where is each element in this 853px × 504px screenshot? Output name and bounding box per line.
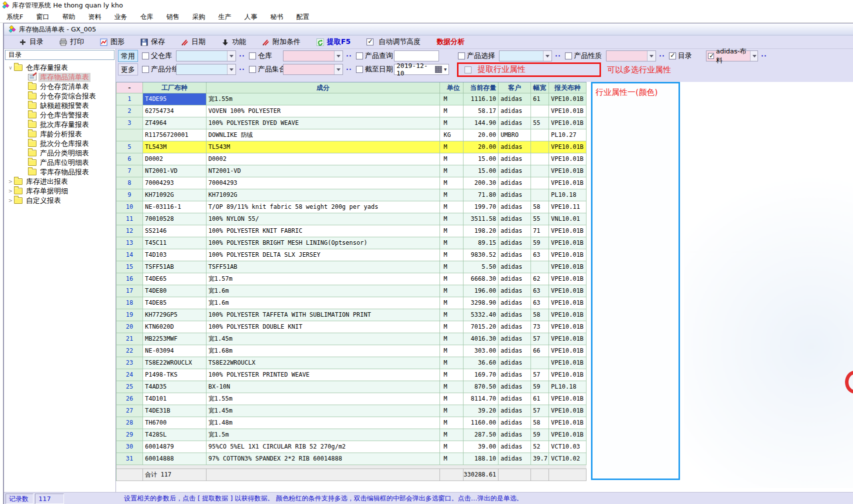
table-cell[interactable]: VPE10.01B [549, 393, 586, 405]
table-cell[interactable]: VPE10.01B [549, 369, 586, 381]
table-cell[interactable]: 5 [116, 141, 143, 153]
table-cell[interactable]: 198.20 [464, 225, 498, 237]
table-cell[interactable]: adidas [498, 93, 531, 105]
table-cell[interactable]: 24 [116, 369, 143, 381]
table-cell[interactable]: VPE10.01B [549, 417, 586, 429]
table-cell[interactable]: M [440, 213, 464, 225]
table-cell[interactable]: 55 [531, 213, 549, 225]
column-header[interactable]: 幅宽 [531, 82, 549, 93]
table-cell[interactable] [116, 129, 143, 141]
table-cell[interactable]: 62 [531, 273, 549, 285]
product-select-dropdown[interactable] [499, 50, 552, 61]
ellipsis-button[interactable]: ·· [555, 52, 561, 59]
table-cell[interactable]: 21 [116, 333, 143, 345]
table-row[interactable]: 14T4D103100% POLYESTER DELTA SLX JERSEYM… [116, 249, 586, 261]
table-cell[interactable]: VPE10.01B [549, 297, 586, 309]
table-cell[interactable]: TH6700 [143, 417, 206, 429]
ellipsis-button[interactable]: ·· [761, 52, 767, 59]
table-cell[interactable]: 63 [531, 249, 549, 261]
column-header[interactable]: 成分 [206, 82, 440, 93]
menu-item[interactable]: 系统F [0, 11, 30, 23]
table-cell[interactable]: M [440, 429, 464, 441]
table-cell[interactable]: 39.20 [464, 405, 498, 417]
table-cell[interactable]: VPE10.01B [549, 273, 586, 285]
table-cell[interactable]: T4D103 [143, 249, 206, 261]
table-cell[interactable]: T428SL [143, 429, 206, 441]
table-cell[interactable]: 870.50 [464, 381, 498, 393]
table-cell[interactable]: 宽1.68m [206, 345, 440, 357]
column-header[interactable]: 单位 [440, 82, 464, 93]
table-cell[interactable]: VPE10.01B [549, 105, 586, 117]
table-cell[interactable]: adidas [498, 225, 531, 237]
save-button[interactable]: 保存 [140, 37, 165, 46]
table-row[interactable]: 19KH7729GP5100% POLYESTER TAFFETA WITH S… [116, 309, 586, 321]
table-cell[interactable]: M [440, 237, 464, 249]
table-cell[interactable]: KTN6020D [143, 321, 206, 333]
table-cell[interactable]: adidas [498, 321, 531, 333]
table-cell[interactable]: VPE10.01B [549, 405, 586, 417]
table-cell[interactable]: 61 [531, 393, 549, 405]
table-cell[interactable]: 宽1.55m [206, 393, 440, 405]
table-cell[interactable]: TSFF51AB [206, 261, 440, 273]
table-cell[interactable] [531, 129, 549, 141]
table-cell[interactable]: ZT4964 [143, 117, 206, 129]
table-cell[interactable]: adidas [498, 381, 531, 393]
table-cell[interactable]: 100% POLYESTER DYED WEAVE [206, 117, 440, 129]
table-cell[interactable]: VPE10.01B [549, 345, 586, 357]
table-cell[interactable]: adidas [498, 285, 531, 297]
product-set-dropdown[interactable] [283, 64, 343, 75]
table-cell[interactable]: M [440, 105, 464, 117]
cutoff-date-field[interactable]: 2019-12-10 ▼ [394, 64, 449, 75]
table-row[interactable]: 262754734VOVEN 100% POLYESTERM58.17adida… [116, 105, 586, 117]
product-property-dropdown[interactable] [606, 50, 656, 61]
table-row[interactable]: 29T428SL宽1.5mM287.50adidas59VPE10.01B [116, 429, 586, 441]
table-cell[interactable]: VPE10.11 [549, 201, 586, 213]
table-cell[interactable]: VPE10.01B [549, 153, 586, 165]
table-cell[interactable]: adidas [498, 345, 531, 357]
table-cell[interactable]: 5.50 [464, 261, 498, 273]
table-cell[interactable]: 52 [531, 441, 549, 453]
table-cell[interactable]: 70010528 [143, 213, 206, 225]
table-cell[interactable]: 1 [116, 93, 143, 105]
table-row[interactable]: 13T45C11100% POLYESTER BRIGHT MESH LININ… [116, 237, 586, 249]
table-cell[interactable]: 15 [116, 261, 143, 273]
table-cell[interactable]: 13 [116, 237, 143, 249]
table-cell[interactable]: adidas [498, 201, 531, 213]
table-cell[interactable]: 26 [116, 393, 143, 405]
table-cell[interactable]: 63 [531, 297, 549, 309]
table-cell[interactable]: 31 [116, 453, 143, 465]
table-cell[interactable]: VPE10.01B [549, 141, 586, 153]
table-cell[interactable]: 196.00 [464, 285, 498, 297]
tree-item[interactable]: 产品库位明细表 [4, 158, 116, 167]
catalog-button[interactable]: 目录 [19, 37, 44, 46]
table-row[interactable]: 25T4AD35BX-10NM870.50adidas59PL10.18 [116, 381, 586, 393]
table-cell[interactable]: 3298.90 [464, 297, 498, 309]
table-cell[interactable]: 宽1.6m [206, 285, 440, 297]
tree-item[interactable]: 批次库存量报表 [4, 120, 116, 129]
table-cell[interactable]: DOWNLIKE 防绒 [206, 129, 440, 141]
table-cell[interactable]: M [440, 345, 464, 357]
table-cell[interactable]: 97% COTTON3% SPANDEX 2*2 RIB 60014888 [206, 453, 440, 465]
table-cell[interactable]: T4DE80 [143, 285, 206, 297]
column-header[interactable]: 报关布种 [549, 82, 586, 93]
table-cell[interactable]: SS2146 [143, 225, 206, 237]
table-cell[interactable]: adidas [498, 105, 531, 117]
table-row[interactable]: 21MB2253MWF宽1.45mM4016.30adidas57VPE10.0… [116, 333, 586, 345]
table-cell[interactable]: 15.00 [464, 165, 498, 177]
warehouse-dropdown[interactable] [283, 50, 343, 61]
print-button[interactable]: 打印 [60, 37, 84, 46]
tree-item[interactable]: 缺额超额报警表 [4, 101, 116, 110]
table-cell[interactable] [531, 357, 549, 369]
table-cell[interactable]: 10 [116, 201, 143, 213]
dropdown-arrow-icon[interactable] [334, 51, 342, 61]
table-cell[interactable]: adidas [498, 213, 531, 225]
table-cell[interactable]: 宽1.45m [206, 333, 440, 345]
table-cell[interactable]: M [440, 333, 464, 345]
table-cell[interactable]: 9 [116, 189, 143, 201]
table-cell[interactable]: 25 [116, 381, 143, 393]
table-cell[interactable]: M [440, 297, 464, 309]
table-cell[interactable]: VPE10.01B [549, 357, 586, 369]
table-cell[interactable]: TL543M [206, 141, 440, 153]
product-query-input[interactable] [394, 50, 439, 61]
table-cell[interactable]: M [440, 309, 464, 321]
